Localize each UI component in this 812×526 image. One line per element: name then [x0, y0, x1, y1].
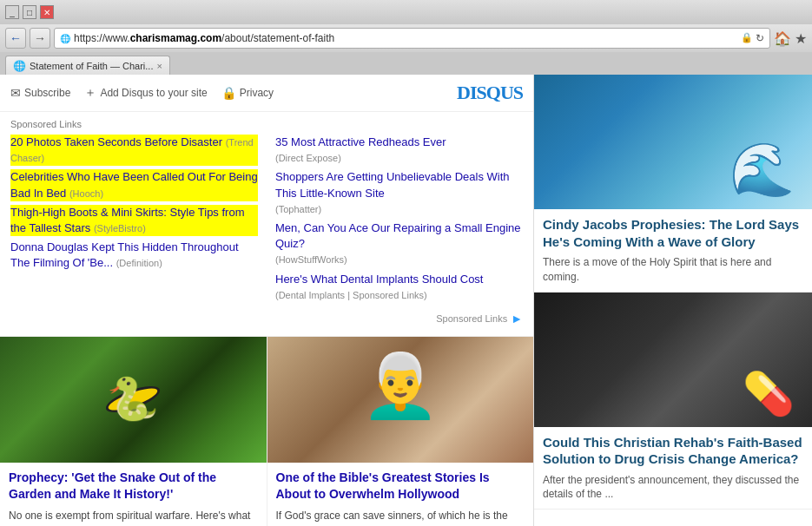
sponsored-link-7-text: Men, Can You Ace Our Repairing a Small E… [275, 221, 521, 250]
sponsored-link-3[interactable]: Thigh-High Boots & Mini Skirts: Style Ti… [10, 205, 258, 236]
forward-button[interactable]: → [30, 28, 50, 49]
right-panel: Cindy Jacobs Prophesies: The Lord Says H… [534, 75, 812, 526]
envelope-icon: ✉ [10, 86, 21, 100]
sponsored-link-1-text: 20 Photos Taken Seconds Before Disaster [10, 135, 222, 148]
subscribe-item[interactable]: ✉ Subscribe [10, 86, 70, 100]
add-disqus-label: Add Disqus to your site [100, 87, 207, 99]
disqus-logo: DISQUS [457, 82, 523, 104]
sponsored-footer: Sponsored Links ► [10, 312, 523, 325]
tab-title: Statement of Faith — Chari... [30, 61, 153, 71]
sponsored-link-8[interactable]: Here's What Dental Implants Should Cost … [275, 272, 523, 303]
sponsored-col-2: 35 Most Attractive Redheads Ever (Direct… [275, 135, 523, 306]
sponsored-link-7-source: (HowStuffWorks) [275, 254, 347, 265]
sponsored-link-4-source: (Definition) [116, 258, 162, 268]
close-button[interactable]: ✕ [40, 5, 54, 19]
right-article-desc-rehab: After the president's announcement, they… [543, 473, 803, 503]
sponsored-link-8-text: Here's What Dental Implants Should Cost [275, 273, 483, 286]
sponsored-col-1: 20 Photos Taken Seconds Before Disaster … [10, 135, 258, 306]
url-text: https://www.charismamag.com/about/statem… [74, 32, 737, 44]
right-article-cindy[interactable]: Cindy Jacobs Prophesies: The Lord Says H… [534, 75, 812, 293]
sponsored-content: 20 Photos Taken Seconds Before Disaster … [10, 135, 523, 306]
sponsored-link-4[interactable]: Donna Douglas Kept This Hidden Throughou… [10, 240, 258, 271]
right-article-desc-cindy: There is a move of the Holy Spirit that … [543, 255, 803, 285]
sponsored-link-6-source: (Tophatter) [275, 204, 321, 214]
nav-right-buttons: 🏠 ★ [774, 30, 807, 47]
sponsored-link-8-source: (Dental Implants | Sponsored Links) [275, 290, 427, 300]
url-domain: charismamag.com [130, 32, 221, 44]
refresh-icon[interactable]: ↻ [756, 32, 764, 44]
address-actions: 🔒 ↻ [741, 32, 764, 44]
content-area: ✉ Subscribe ＋ Add Disqus to your site 🔒 … [0, 75, 812, 526]
article-img-snake [0, 337, 267, 463]
tab-bar: 🌐 Statement of Faith — Chari... × [0, 52, 812, 75]
lock-small-icon: 🔒 [221, 86, 236, 100]
home-button[interactable]: 🏠 [774, 30, 791, 47]
sponsored-link-2[interactable]: Celebrities Who Have Been Called Out For… [10, 169, 258, 201]
sponsored-section: Sponsored Links 20 Photos Taken Seconds … [0, 112, 533, 337]
sponsored-label: Sponsored Links [10, 119, 523, 129]
sponsored-link-2-source: (Hooch) [69, 188, 103, 199]
lock-icon: 🔒 [741, 32, 753, 44]
subscribe-label: Subscribe [24, 87, 70, 99]
sponsored-link-5[interactable]: 35 Most Attractive Redheads Ever (Direct… [275, 135, 523, 166]
tab-icon: 🌐 [13, 60, 26, 72]
sponsored-link-7[interactable]: Men, Can You Ace Our Repairing a Small E… [275, 220, 523, 268]
article-content-snake: Prophecy: 'Get the Snake Out of the Gard… [0, 463, 267, 526]
article-desc-snake: No one is exempt from spiritual warfare.… [9, 509, 258, 526]
right-article-title-rehab[interactable]: Could This Christian Rehab's Faith-Based… [543, 434, 803, 468]
privacy-label: Privacy [240, 87, 274, 99]
title-bar: _ □ ✕ [0, 0, 812, 24]
address-bar[interactable]: 🌐 https://www.charismamag.com/about/stat… [54, 28, 770, 49]
article-card-bible[interactable]: One of the Bible's Greatest Stories Is A… [267, 337, 534, 526]
plus-icon: ＋ [84, 85, 96, 101]
article-title-bible[interactable]: One of the Bible's Greatest Stories Is A… [276, 470, 525, 503]
minimize-button[interactable]: _ [5, 5, 19, 19]
disqus-toolbar: ✉ Subscribe ＋ Add Disqus to your site 🔒 … [0, 75, 533, 112]
right-article-img-drugs [534, 293, 812, 427]
right-article-content-rehab: Could This Christian Rehab's Faith-Based… [534, 427, 812, 510]
disqus-left: ✉ Subscribe ＋ Add Disqus to your site 🔒 … [10, 85, 274, 101]
sponsored-link-1[interactable]: 20 Photos Taken Seconds Before Disaster … [10, 135, 258, 166]
page-icon: 🌐 [60, 34, 70, 43]
sponsored-link-5-text: 35 Most Attractive Redheads Ever [275, 135, 446, 148]
back-button[interactable]: ← [5, 28, 26, 49]
main-panel: ✉ Subscribe ＋ Add Disqus to your site 🔒 … [0, 75, 534, 526]
right-article-rehab[interactable]: Could This Christian Rehab's Faith-Based… [534, 293, 812, 510]
sponsored-link-5-source: (Direct Expose) [275, 153, 341, 163]
browser-tab[interactable]: 🌐 Statement of Faith — Chari... × [5, 56, 170, 75]
maximize-button[interactable]: □ [23, 5, 36, 19]
right-article-title-cindy[interactable]: Cindy Jacobs Prophesies: The Lord Says H… [543, 216, 803, 250]
sponsored-footer-text: Sponsored Links [436, 313, 507, 324]
privacy-item[interactable]: 🔒 Privacy [221, 86, 274, 100]
sponsored-link-3-source: (StyleBistro) [94, 223, 146, 233]
sponsored-link-6[interactable]: Shoppers Are Getting Unbelievable Deals … [275, 169, 523, 217]
favorites-button[interactable]: ★ [795, 30, 807, 47]
sponsored-arrow-icon: ► [511, 312, 523, 325]
browser-chrome: _ □ ✕ ← → 🌐 https://www.charismamag.com/… [0, 0, 812, 75]
article-content-bible: One of the Bible's Greatest Stories Is A… [267, 463, 534, 526]
nav-bar: ← → 🌐 https://www.charismamag.com/about/… [0, 24, 812, 52]
disqus-logo-text: DISQUS [457, 82, 523, 103]
right-article-img-wave [534, 75, 812, 209]
tab-close-button[interactable]: × [156, 61, 162, 71]
sponsored-link-6-text: Shoppers Are Getting Unbelievable Deals … [275, 170, 510, 199]
article-img-man [267, 337, 534, 463]
add-disqus-item[interactable]: ＋ Add Disqus to your site [84, 85, 207, 101]
url-path: /about/statement-of-faith [221, 32, 334, 44]
right-article-content-cindy: Cindy Jacobs Prophesies: The Lord Says H… [534, 209, 812, 292]
article-title-snake[interactable]: Prophecy: 'Get the Snake Out of the Gard… [9, 470, 258, 503]
articles-row: Prophecy: 'Get the Snake Out of the Gard… [0, 337, 533, 526]
article-desc-bible: If God's grace can save sinners, of whic… [276, 509, 525, 526]
sponsored-link-2-text: Celebrities Who Have Been Called Out For… [10, 170, 258, 199]
article-card-snake[interactable]: Prophecy: 'Get the Snake Out of the Gard… [0, 337, 267, 526]
